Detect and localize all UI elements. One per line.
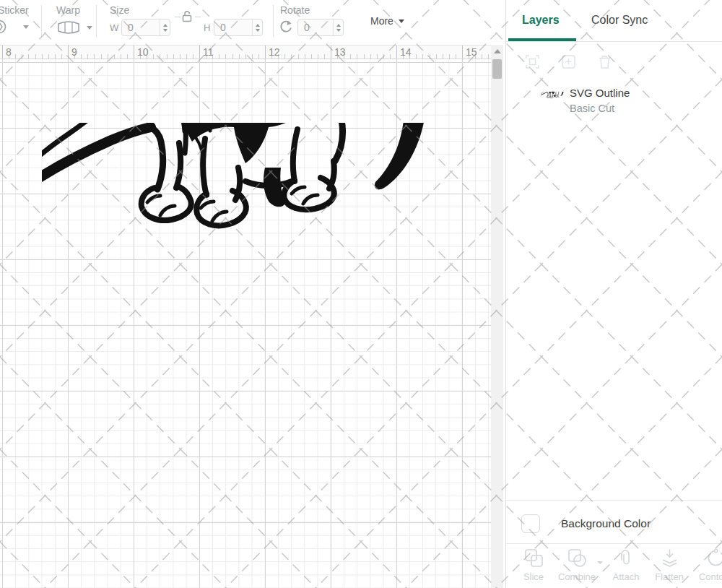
ruler-tick xyxy=(488,54,489,59)
ruler-tick xyxy=(311,54,312,59)
layers-panel: Layers Color Sync SVG Outline Basic Cut … xyxy=(505,0,722,588)
ruler-number: 8 xyxy=(6,46,12,58)
contour-icon xyxy=(706,548,722,568)
ruler-tick xyxy=(199,46,200,59)
ruler-tick xyxy=(28,54,29,59)
toolbar-divider xyxy=(273,5,274,37)
slice-button[interactable]: Slice xyxy=(510,548,557,582)
scroll-up-icon[interactable] xyxy=(491,45,503,58)
more-caret-icon[interactable] xyxy=(399,20,404,23)
ruler-tick xyxy=(416,54,417,59)
add-layer-icon[interactable] xyxy=(562,55,575,69)
ruler-tick xyxy=(324,54,325,59)
sticker-icon[interactable] xyxy=(0,19,8,35)
anteater-artwork[interactable] xyxy=(42,123,478,355)
combine-icon xyxy=(567,548,587,568)
ruler-tick xyxy=(258,54,259,59)
ruler-tick xyxy=(350,54,351,59)
ruler-tick xyxy=(101,54,102,59)
sticker-caret-icon[interactable] xyxy=(23,25,29,29)
warp-caret-icon[interactable] xyxy=(87,26,92,30)
ruler-tick xyxy=(239,54,240,59)
lock-link-line xyxy=(195,17,201,17)
width-letter: W xyxy=(110,22,118,33)
ruler-tick xyxy=(127,54,128,59)
width-stepper[interactable] xyxy=(160,20,170,35)
ruler-tick xyxy=(121,54,121,59)
lock-icon[interactable] xyxy=(182,10,192,22)
ruler-tick xyxy=(225,54,226,59)
ruler-tick xyxy=(2,46,3,59)
ruler-tick xyxy=(219,54,219,59)
canvas-scrollbar[interactable] xyxy=(491,45,503,588)
ruler-tick xyxy=(357,54,357,59)
ruler-tick xyxy=(94,54,95,59)
ruler-tick xyxy=(298,54,299,59)
ruler-tick xyxy=(42,54,43,59)
ruler-tick xyxy=(61,54,62,59)
toolbar-divider xyxy=(96,5,97,37)
more-button[interactable]: More xyxy=(370,15,393,27)
lock-link-line xyxy=(175,17,180,17)
ruler-tick xyxy=(114,54,115,59)
ruler-tick xyxy=(284,54,285,59)
height-input[interactable] xyxy=(214,20,252,35)
scrollbar-thumb[interactable] xyxy=(492,59,502,79)
combine-button[interactable]: Combine xyxy=(554,548,600,582)
ruler-tick xyxy=(390,54,391,59)
delete-layer-icon[interactable] xyxy=(598,55,612,69)
background-color-swatch[interactable] xyxy=(521,514,540,533)
ruler-tick xyxy=(364,54,365,59)
layer-item[interactable]: SVG Outline Basic Cut xyxy=(506,82,722,124)
group-icon[interactable] xyxy=(526,55,539,69)
ruler-tick xyxy=(108,54,108,59)
rotate-icon[interactable] xyxy=(278,20,294,35)
ruler-number: 12 xyxy=(269,46,280,58)
background-color-label: Background Color xyxy=(561,517,651,530)
flatten-button[interactable]: Flatten xyxy=(646,548,692,582)
contour-button[interactable]: Contour xyxy=(692,548,722,582)
ruler-number: 15 xyxy=(466,46,477,58)
ruler-tick xyxy=(436,54,437,59)
panel-tabs: Layers Color Sync xyxy=(506,0,722,42)
ruler-tick xyxy=(193,54,193,59)
ruler-number: 14 xyxy=(400,46,412,58)
ruler-tick xyxy=(48,54,49,59)
ruler-tick xyxy=(318,54,318,59)
ruler-tick xyxy=(443,54,443,59)
ruler-tick xyxy=(291,54,292,59)
rotate-label: Rotate xyxy=(280,4,310,16)
attach-button[interactable]: Attach xyxy=(603,548,649,582)
ruler-tick xyxy=(186,54,187,59)
ruler-tick xyxy=(252,54,253,59)
layer-tools xyxy=(506,42,722,82)
ruler-tick xyxy=(35,54,36,59)
rotate-stepper[interactable] xyxy=(333,20,343,35)
warp-icon[interactable] xyxy=(56,20,82,35)
ruler-tick xyxy=(422,54,423,59)
active-tab-underline xyxy=(508,38,576,41)
ruler-number: 10 xyxy=(137,46,149,58)
width-input[interactable] xyxy=(122,20,160,35)
sticker-label: Sticker xyxy=(0,4,29,16)
rotate-input-group xyxy=(297,19,344,36)
height-letter: H xyxy=(204,22,210,33)
attach-icon xyxy=(617,548,636,568)
ruler-tick xyxy=(462,46,463,59)
height-stepper[interactable] xyxy=(252,20,262,35)
design-canvas[interactable] xyxy=(0,59,491,588)
ruler-tick xyxy=(370,54,371,59)
combine-caret-icon[interactable] xyxy=(597,561,603,564)
layer-title: SVG Outline xyxy=(570,87,630,99)
tab-layers[interactable]: Layers xyxy=(522,14,560,27)
ruler-tick xyxy=(153,54,154,59)
ruler-tick xyxy=(396,46,397,59)
ruler-tick xyxy=(245,54,246,59)
ruler: 89101112131415 xyxy=(0,45,491,59)
flatten-icon xyxy=(660,548,679,568)
ruler-tick xyxy=(173,54,174,59)
ruler-tick xyxy=(15,54,16,59)
layer-subtitle: Basic Cut xyxy=(570,103,614,114)
rotate-input[interactable] xyxy=(298,20,333,35)
tab-color-sync[interactable]: Color Sync xyxy=(591,14,648,27)
